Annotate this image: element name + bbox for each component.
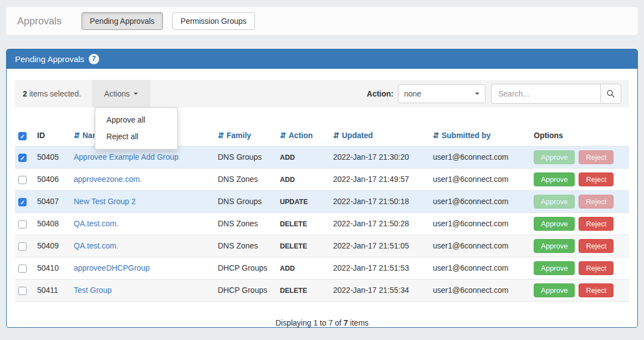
cell-submitted-by: user1@6connect.com: [430, 279, 530, 301]
reject-button[interactable]: Reject: [579, 283, 614, 297]
reject-button[interactable]: Reject: [579, 217, 614, 231]
cell-family: DNS Groups: [214, 146, 277, 168]
row-checkbox[interactable]: [18, 287, 27, 295]
menu-item-reject-all[interactable]: Reject all: [95, 129, 177, 145]
cell-checkbox: [15, 279, 34, 301]
name-link[interactable]: QA.test.com.: [74, 219, 119, 228]
action-filter-label: Action:: [367, 89, 393, 98]
approve-button[interactable]: Approve: [534, 283, 575, 297]
selection-status: 2 items selected.: [23, 89, 81, 98]
cell-options: ApproveReject: [530, 146, 629, 168]
cell-action: ADD: [277, 146, 330, 168]
table-row: 50408QA.test.com.DNS ZonesDELETE2022-Jan…: [15, 212, 629, 235]
sort-icon: ⇵: [280, 131, 287, 140]
action-value: DELETE: [280, 220, 307, 228]
approve-button[interactable]: Approve: [534, 239, 575, 253]
search-icon: [606, 89, 615, 98]
cell-submitted-by: user1@6connect.com: [430, 257, 530, 279]
table-row: ✓50407New Test Group 2DNS GroupsUPDATE20…: [15, 190, 629, 212]
select-all-cell: ✓: [15, 129, 34, 146]
column-label: Submitted by: [442, 131, 491, 140]
cell-action: ADD: [277, 257, 330, 279]
selection-label: items selected.: [29, 89, 81, 98]
row-checkbox[interactable]: [18, 265, 27, 273]
column-header-submitted-by[interactable]: ⇵Submitted by: [430, 129, 530, 146]
sort-icon: ⇵: [433, 131, 439, 140]
cell-id: 50411: [34, 279, 70, 301]
cell-submitted-by: user1@6connect.com: [430, 190, 530, 212]
cell-updated: 2022-Jan-17 21:55:34: [330, 279, 430, 301]
menu-item-approve-all[interactable]: Approve all: [95, 112, 177, 129]
reject-button[interactable]: Reject: [579, 150, 614, 164]
table-row: 50406approveezone.com.DNS ZonesADD2022-J…: [15, 168, 629, 190]
name-link[interactable]: QA.test.com.: [74, 241, 119, 250]
actions-label: Actions: [104, 89, 130, 98]
cell-checkbox: [15, 168, 34, 190]
approve-button[interactable]: Approve: [534, 150, 575, 164]
row-checkbox[interactable]: ✓: [18, 198, 27, 206]
table-row: 50410approveeDHCPGroupDHCP GroupsADD2022…: [15, 257, 629, 279]
cell-id: 50408: [34, 212, 70, 235]
column-label: Action: [289, 131, 313, 140]
cell-id: 50405: [34, 146, 70, 168]
column-header-action[interactable]: ⇵Action: [277, 129, 330, 146]
approve-button[interactable]: Approve: [534, 195, 575, 209]
cell-updated: 2022-Jan-17 21:51:53: [330, 257, 430, 279]
cell-id: 50407: [34, 190, 70, 212]
search-button[interactable]: [600, 84, 621, 104]
column-label: Family: [227, 131, 251, 140]
action-value: DELETE: [280, 287, 307, 295]
row-checkbox[interactable]: [18, 176, 27, 184]
approvals-table: ✓ ID⇵Name⇵Family⇵Action⇵Updated⇵Submitte…: [15, 129, 629, 302]
table-row: 50409QA.test.com.DNS ZonesDELETE2022-Jan…: [15, 235, 629, 257]
caret-down-icon: [134, 93, 138, 95]
action-filter-select[interactable]: none: [398, 84, 485, 103]
name-link[interactable]: approveezone.com.: [74, 175, 142, 184]
cell-checkbox: ✓: [15, 146, 34, 168]
approve-button[interactable]: Approve: [534, 261, 575, 275]
search-input[interactable]: [491, 84, 601, 104]
select-all-checkbox[interactable]: ✓: [18, 132, 27, 140]
cell-checkbox: [15, 235, 34, 257]
actions-dropdown-toggle[interactable]: Actions Approve allReject all: [92, 80, 150, 108]
row-checkbox[interactable]: [18, 220, 27, 229]
cell-action: DELETE: [277, 279, 330, 301]
reject-button[interactable]: Reject: [579, 172, 614, 186]
cell-updated: 2022-Jan-17 21:50:28: [330, 212, 430, 235]
panel-body: 2 items selected. Actions Approve allRej…: [7, 69, 637, 338]
cell-name: QA.test.com.: [70, 235, 214, 257]
column-label: Updated: [342, 131, 373, 140]
table-row: 50411Test GroupDHCP GroupsDELETE2022-Jan…: [15, 279, 629, 301]
table-body: ✓50405Approvee Example Add GroupDNS Grou…: [15, 146, 629, 301]
display-info-total: 7: [344, 318, 348, 327]
cell-options: ApproveReject: [530, 279, 629, 301]
cell-submitted-by: user1@6connect.com: [430, 212, 530, 235]
cell-options: ApproveReject: [530, 212, 629, 235]
cell-name: QA.test.com.: [70, 212, 214, 235]
sort-icon: ⇵: [333, 131, 340, 140]
tab-permission-groups[interactable]: Permission Groups: [172, 12, 255, 30]
name-link[interactable]: New Test Group 2: [74, 197, 136, 206]
tab-pending-approvals[interactable]: Pending Approvals: [81, 12, 163, 30]
column-header-family[interactable]: ⇵Family: [214, 129, 277, 146]
reject-button[interactable]: Reject: [579, 239, 614, 253]
reject-button[interactable]: Reject: [579, 195, 614, 209]
row-checkbox[interactable]: ✓: [18, 154, 27, 162]
approve-button[interactable]: Approve: [534, 172, 575, 186]
search-group: [491, 84, 621, 104]
name-link[interactable]: Approvee Example Add Group: [74, 153, 178, 161]
name-link[interactable]: approveeDHCPGroup: [74, 263, 150, 272]
count-badge: 7: [89, 54, 99, 64]
cell-family: DNS Zones: [214, 235, 277, 257]
pending-approvals-panel: Pending Approvals 7 2 items selected. Ac…: [6, 49, 638, 328]
name-link[interactable]: Test Group: [74, 286, 111, 295]
cell-options: ApproveReject: [530, 190, 629, 212]
panel-title: Pending Approvals: [15, 54, 84, 64]
column-header-updated[interactable]: ⇵Updated: [330, 129, 430, 146]
row-checkbox[interactable]: [18, 242, 27, 251]
action-value: ADD: [280, 265, 295, 272]
column-label: Options: [534, 131, 563, 140]
approve-button[interactable]: Approve: [534, 217, 575, 231]
reject-button[interactable]: Reject: [579, 261, 614, 275]
cell-updated: 2022-Jan-17 21:51:05: [330, 235, 430, 257]
